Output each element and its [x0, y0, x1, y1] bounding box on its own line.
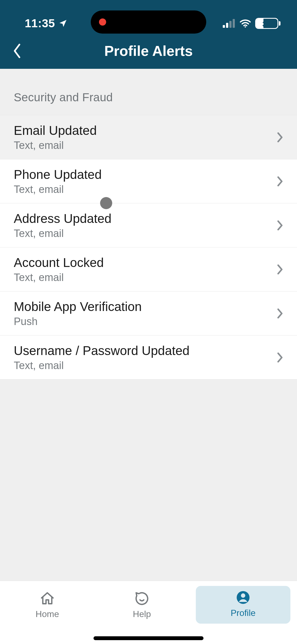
- alert-title: Email Updated: [14, 123, 97, 138]
- status-left: 11:35: [25, 17, 68, 30]
- alert-sub: Text, email: [14, 272, 104, 283]
- alert-title: Account Locked: [14, 255, 104, 270]
- chevron-right-icon: [276, 175, 284, 187]
- home-indicator[interactable]: [94, 636, 204, 640]
- svg-point-6: [241, 593, 245, 598]
- alert-row-email-updated[interactable]: Email Updated Text, email: [0, 115, 297, 159]
- alert-sub: Text, email: [14, 228, 111, 239]
- status-right: 34: [223, 18, 280, 29]
- svg-rect-3: [233, 19, 235, 28]
- back-button[interactable]: [6, 40, 28, 62]
- nav-bar: Profile Alerts: [0, 33, 297, 69]
- alert-row-phone-updated[interactable]: Phone Updated Text, email: [0, 159, 297, 203]
- tab-label: Help: [133, 609, 151, 619]
- alert-title: Username / Password Updated: [14, 343, 189, 358]
- alerts-list: Email Updated Text, email Phone Updated …: [0, 115, 297, 380]
- chevron-right-icon: [276, 131, 284, 143]
- alert-title: Phone Updated: [14, 167, 102, 182]
- tab-label: Profile: [231, 608, 256, 618]
- alert-row-mobile-app-verification[interactable]: Mobile App Verification Push: [0, 291, 297, 335]
- status-time: 11:35: [25, 17, 55, 30]
- chat-icon: [134, 591, 150, 606]
- pointer-cursor: [100, 197, 112, 209]
- home-icon: [39, 591, 56, 606]
- chevron-right-icon: [276, 307, 284, 320]
- tab-home[interactable]: Home: [0, 587, 95, 625]
- chevron-right-icon: [276, 263, 284, 275]
- svg-rect-0: [223, 25, 225, 28]
- alert-row-address-updated[interactable]: Address Updated Text, email: [0, 203, 297, 247]
- profile-icon: [235, 590, 251, 605]
- content-area: Security and Fraud Email Updated Text, e…: [0, 69, 297, 586]
- svg-rect-1: [226, 23, 228, 28]
- page-title: Profile Alerts: [0, 43, 297, 59]
- alert-title: Address Updated: [14, 211, 111, 226]
- alert-title: Mobile App Verification: [14, 299, 142, 314]
- alert-row-username-password-updated[interactable]: Username / Password Updated Text, email: [0, 335, 297, 380]
- chevron-right-icon: [276, 351, 284, 364]
- app-header: 11:35: [0, 0, 297, 69]
- cellular-signal-icon: [223, 19, 235, 28]
- tab-bar: Home Help Profile: [0, 581, 297, 644]
- tab-profile[interactable]: Profile: [196, 586, 290, 624]
- alert-sub: Text, email: [14, 184, 102, 195]
- location-icon: [58, 19, 68, 28]
- tab-label: Home: [35, 609, 59, 619]
- recording-dot-icon: [99, 18, 106, 26]
- section-header-security: Security and Fraud: [0, 69, 297, 115]
- alert-sub: Push: [14, 316, 142, 328]
- alert-sub: Text, email: [14, 360, 189, 372]
- battery-icon: 34: [255, 18, 280, 29]
- svg-point-4: [245, 26, 246, 28]
- alert-sub: Text, email: [14, 140, 97, 151]
- wifi-icon: [239, 19, 251, 28]
- dynamic-island[interactable]: [91, 10, 206, 34]
- tab-help[interactable]: Help: [95, 587, 189, 625]
- battery-level: 34: [256, 19, 277, 29]
- chevron-right-icon: [276, 219, 284, 231]
- svg-rect-2: [229, 21, 232, 28]
- alert-row-account-locked[interactable]: Account Locked Text, email: [0, 247, 297, 291]
